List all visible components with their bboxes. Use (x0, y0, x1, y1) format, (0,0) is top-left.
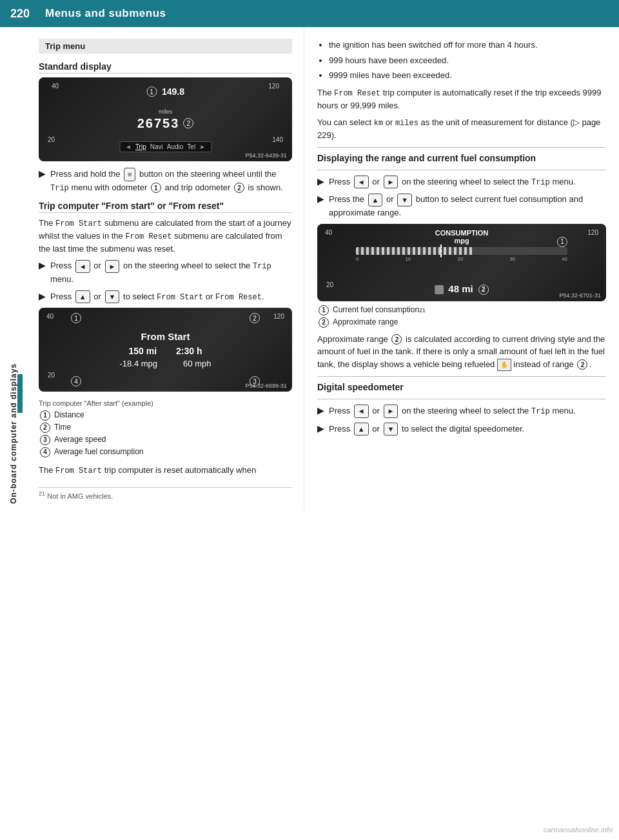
fs-data-row: 150 mi 2:30 h (128, 346, 202, 356)
step1-text2: button on the steering wheel until the (139, 169, 276, 179)
bullet-1: the ignition has been switched off for m… (329, 39, 606, 52)
cons-num-20: 20 (326, 281, 333, 288)
step1: ▶ Press and hold the ≡ button on the ste… (39, 168, 292, 194)
cons-bar-area: 0 10 20 30 40 1 (356, 242, 567, 260)
from-start-mono-2: From Start (157, 293, 203, 302)
nav-audio: Audio (167, 143, 184, 150)
scale-30: 30 (509, 256, 515, 262)
step3-content: Press ▲ or ▼ to select From Start or Fro… (50, 290, 264, 304)
step-r4-content: Press ▲ or ▼ to select the digital speed… (329, 423, 524, 436)
legend-r-row-2: 2 Approximate range (317, 317, 606, 328)
section-hr-4 (317, 399, 606, 399)
fs-num-120: 120 (273, 313, 284, 320)
nav-tel: Tel (187, 143, 195, 150)
fs-fuel: -18.4 mpg (120, 359, 158, 368)
gauge-num-140: 140 (272, 136, 283, 143)
gauge-miles: miles (137, 108, 194, 115)
step-r2: ▶ Press the ▲ or ▼ button to select curr… (317, 193, 606, 219)
scale-0: 0 (356, 256, 359, 262)
step1-text5: is shown. (248, 183, 283, 192)
btn-left-r3: ◄ (354, 405, 369, 418)
fs-num-40: 40 (46, 313, 54, 320)
gauge-center: 1 149.8 miles 26753 2 (137, 108, 194, 131)
step-r3: ▶ Press ◄ or ► on the steering wheel to … (317, 405, 606, 418)
legend-row-4: 4 Average fuel consumption (39, 447, 292, 457)
step-r2-content: Press the ▲ or ▼ button to select curren… (329, 193, 606, 219)
legend-text-4: Average fuel consumption (54, 447, 144, 456)
km-miles-para: You can select km or miles as the unit o… (317, 116, 606, 142)
sidebar-blue-bar (17, 374, 23, 413)
step-r1-content: Press ◄ or ► on the steering wheel to se… (329, 175, 576, 189)
step-r4-text2: to select the digital speedometer. (402, 424, 524, 434)
btn-right-r1: ► (384, 175, 398, 189)
fs-circle-2: 2 (250, 313, 260, 323)
trip-menu-label: Trip menu (39, 39, 292, 54)
legend-num-1: 1 (40, 410, 50, 421)
gauge-num-120-right: 120 (268, 83, 279, 90)
btn-left-2: ◄ (75, 260, 90, 274)
section-hr-3 (317, 376, 606, 377)
legend-r-num-2: 2 (319, 317, 329, 328)
legend-row-2: 2 Time (39, 423, 292, 433)
footnote-text: Not in AMG vehicles. (47, 492, 113, 500)
step2-text: Press (50, 261, 72, 270)
step-r3-text: Press (329, 406, 350, 415)
left-column: Trip menu Standard display 40 120 20 140… (27, 27, 304, 512)
step3: ▶ Press ▲ or ▼ to select From Start or F… (39, 290, 292, 304)
chapter-title: Menus and submenus (45, 7, 166, 20)
step1-text4: and trip odometer (164, 183, 233, 192)
fs-data-row2: -18.4 mpg 60 mph (120, 359, 211, 368)
step3-text: Press (50, 292, 72, 301)
cons-num-40: 40 (325, 229, 332, 236)
btn-left-r1: ◄ (354, 175, 369, 189)
legend-row-1: 1 Distance (39, 410, 292, 421)
gauge-odometer: 26753 (137, 116, 180, 131)
step2-arrow: ▶ (39, 259, 50, 285)
cons-gauge: 40 120 20 CONSUMPTION mpg 0 (317, 224, 606, 301)
circle-1-standard: 1 (146, 86, 157, 97)
standard-display-label: Standard display (39, 61, 292, 74)
step1-arrow: ▶ (39, 168, 50, 194)
bullet-list: the ignition has been switched off for m… (329, 39, 606, 82)
btn-down-r2: ▼ (397, 194, 412, 207)
trip-mono-r3: Trip (531, 407, 550, 416)
legend-num-4: 4 (40, 447, 50, 457)
nav-navi: Navi (150, 143, 163, 150)
btn-up-3: ▲ (75, 290, 90, 304)
fs-ref-code: P54.32-6699-31 (245, 383, 287, 389)
btn-up-r2: ▲ (368, 194, 383, 207)
btn-down-3: ▼ (105, 290, 120, 304)
fuel-icon (435, 285, 444, 294)
step-r4: ▶ Press ▲ or ▼ to select the digital spe… (317, 423, 606, 436)
footnote-num: 21 (39, 490, 45, 497)
gauge-num-20: 20 (48, 136, 55, 143)
legend-num-2: 2 (40, 423, 50, 433)
nav-trip: Trip (135, 143, 146, 150)
section-hr-2 (317, 170, 606, 170)
bullet-2: 999 hours have been exceeded. (329, 54, 606, 67)
footnote: 21 Not in AMG vehicles. (39, 487, 292, 500)
legend-text-1: Distance (54, 410, 84, 419)
cons-title-text: CONSUMPTION (435, 229, 489, 237)
nav-arrow-right: ► (199, 143, 206, 150)
fs-gauge: 40 120 20 1 From Start 2 150 mi 2:30 h (39, 308, 292, 392)
right-column: the ignition has been switched off for m… (304, 27, 619, 512)
approx-circle-2b: 2 (577, 359, 587, 370)
step-r2-arrow: ▶ (317, 193, 329, 219)
header-bar: 220 Menus and submenus (0, 0, 619, 27)
approx-range-para: Approximate range 2 is calculated accord… (317, 333, 606, 371)
scale-20: 20 (457, 256, 463, 262)
page-number: 220 (10, 7, 34, 21)
nav-arrow-left: ◄ (125, 143, 132, 150)
consumption-image: 40 120 20 CONSUMPTION mpg 0 (317, 224, 606, 301)
trip-mono-1: Trip (50, 184, 69, 193)
km-mono: km (374, 119, 383, 128)
miles-mono: miles (395, 119, 418, 128)
refuel-icon: ✋ (497, 359, 511, 371)
btn-down-r4: ▼ (384, 423, 398, 436)
cons-range: 48 mi 2 (435, 283, 489, 295)
step1-text: Press and hold the (50, 169, 120, 179)
step2-content: Press ◄ or ► on the steering wheel to se… (50, 259, 292, 285)
circle-2: 2 (234, 183, 244, 193)
from-start-mono-1: From Start (55, 219, 102, 228)
